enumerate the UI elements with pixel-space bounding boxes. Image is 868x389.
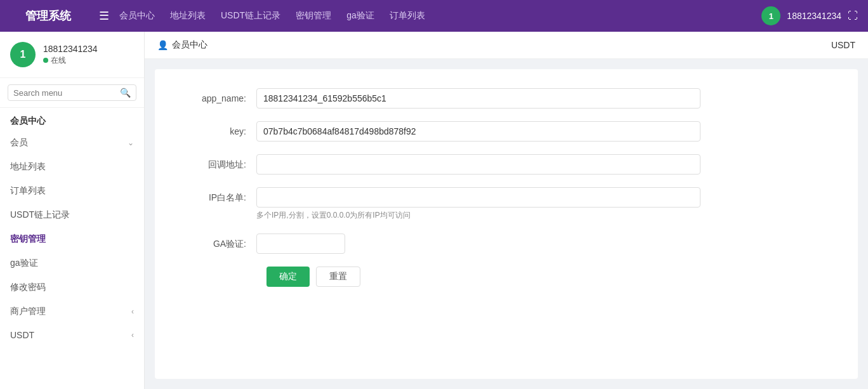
- input-callback[interactable]: [256, 154, 700, 175]
- nav-item-address-list[interactable]: 地址列表: [170, 10, 206, 22]
- input-appname[interactable]: [256, 88, 700, 109]
- label-ip: IP白名单:: [180, 187, 256, 208]
- field-callback: [256, 154, 700, 175]
- breadcrumb: 👤 会员中心 USDT: [145, 32, 868, 59]
- field-ga: [256, 234, 700, 254]
- form-row-ip: IP白名单: 多个IP用,分割，设置0.0.0.0为所有IP均可访问: [180, 187, 832, 221]
- nav-item-ga-verify[interactable]: ga验证: [346, 10, 374, 22]
- sidebar-item-order-list[interactable]: 订单列表: [0, 179, 144, 203]
- breadcrumb-left: 👤 会员中心: [157, 39, 207, 51]
- main-content: 👤 会员中心 USDT app_name: key:: [145, 32, 868, 389]
- status-dot: [43, 58, 48, 63]
- search-input[interactable]: [13, 88, 120, 98]
- sidebar-item-key-label: 密钥管理: [10, 234, 46, 245]
- label-appname: app_name:: [180, 88, 256, 109]
- chevron-left-icon-2: ‹: [131, 331, 134, 340]
- sidebar-item-usdt-section[interactable]: USDT ‹: [0, 324, 144, 346]
- sidebar-item-member-label: 会员: [10, 137, 28, 148]
- breadcrumb-text: 会员中心: [172, 39, 207, 51]
- field-key: [256, 121, 700, 142]
- sidebar-search-inner: 🔍: [8, 84, 136, 101]
- top-nav: 管理系统 ☰ 会员中心 地址列表 USDT链上记录 密钥管理 ga验证 订单列表…: [0, 0, 868, 32]
- brand-title: 管理系统: [10, 8, 86, 23]
- sidebar-username: 18812341234: [43, 44, 98, 54]
- sidebar-user-info: 18812341234 在线: [43, 44, 98, 66]
- sidebar-item-ga-verify[interactable]: ga验证: [0, 251, 144, 275]
- status-label: 在线: [51, 55, 66, 66]
- form-row-appname: app_name:: [180, 88, 832, 109]
- sidebar-item-address-list[interactable]: 地址列表: [0, 155, 144, 179]
- sidebar-item-order-label: 订单列表: [10, 185, 46, 197]
- form-actions: 确定 重置: [266, 267, 832, 287]
- sidebar: 1 18812341234 在线 🔍 会员中心 会员 ⌄ 地址列表 订单: [0, 32, 145, 389]
- ip-hint: 多个IP用,分割，设置0.0.0.0为所有IP均可访问: [256, 210, 700, 221]
- input-ip[interactable]: [256, 187, 700, 208]
- user-area: 1 18812341234 ⛶: [761, 6, 858, 25]
- nav-item-key-management[interactable]: 密钥管理: [296, 10, 331, 22]
- label-key: key:: [180, 121, 256, 142]
- input-key[interactable]: [256, 121, 700, 142]
- label-callback: 回调地址:: [180, 154, 256, 175]
- user-icon: 👤: [157, 40, 168, 50]
- form-row-callback: 回调地址:: [180, 154, 832, 175]
- sidebar-item-password-label: 修改密码: [10, 282, 46, 293]
- sidebar-avatar: 1: [10, 42, 36, 67]
- sidebar-item-ga-label: ga验证: [10, 258, 38, 269]
- search-icon[interactable]: 🔍: [120, 88, 131, 98]
- section-title-member: 会员中心: [0, 108, 144, 131]
- form-container: app_name: key: 回调地址: IP: [155, 69, 858, 379]
- confirm-button[interactable]: 确定: [266, 267, 310, 287]
- sidebar-item-change-password[interactable]: 修改密码: [0, 275, 144, 300]
- field-appname: [256, 88, 700, 109]
- label-ga: GA验证:: [180, 234, 256, 254]
- field-ip: 多个IP用,分割，设置0.0.0.0为所有IP均可访问: [256, 187, 700, 221]
- form-row-ga: GA验证:: [180, 234, 832, 254]
- nav-item-member-center[interactable]: 会员中心: [119, 10, 155, 22]
- sidebar-item-key-management[interactable]: 密钥管理: [0, 227, 144, 251]
- top-username: 18812341234: [787, 11, 841, 21]
- sidebar-usdt-label: USDT: [10, 330, 34, 340]
- sidebar-item-address-label: 地址列表: [10, 161, 46, 173]
- sidebar-item-usdt-record[interactable]: USDT链上记录: [0, 203, 144, 227]
- chevron-down-icon: ⌄: [128, 138, 134, 147]
- layout: 1 18812341234 在线 🔍 会员中心 会员 ⌄ 地址列表 订单: [0, 32, 868, 389]
- hamburger-icon[interactable]: ☰: [99, 9, 109, 23]
- expand-icon[interactable]: ⛶: [848, 10, 858, 22]
- top-user-avatar: 1: [761, 6, 780, 25]
- sidebar-item-member[interactable]: 会员 ⌄: [0, 131, 144, 155]
- sidebar-user: 1 18812341234 在线: [0, 32, 144, 78]
- sidebar-merchant-label: 商户管理: [10, 306, 46, 317]
- form-row-key: key:: [180, 121, 832, 142]
- sidebar-item-usdt-label: USDT链上记录: [10, 209, 70, 221]
- sidebar-search-container: 🔍: [0, 78, 144, 108]
- reset-button[interactable]: 重置: [316, 267, 360, 287]
- nav-items: 会员中心 地址列表 USDT链上记录 密钥管理 ga验证 订单列表: [119, 10, 761, 22]
- nav-item-order-list[interactable]: 订单列表: [390, 10, 425, 22]
- sidebar-status: 在线: [43, 55, 98, 66]
- nav-item-usdt-record[interactable]: USDT链上记录: [221, 10, 280, 22]
- breadcrumb-right: USDT: [831, 40, 855, 50]
- chevron-left-icon: ‹: [131, 307, 134, 316]
- sidebar-item-merchant-management[interactable]: 商户管理 ‹: [0, 300, 144, 324]
- input-ga[interactable]: [256, 234, 345, 254]
